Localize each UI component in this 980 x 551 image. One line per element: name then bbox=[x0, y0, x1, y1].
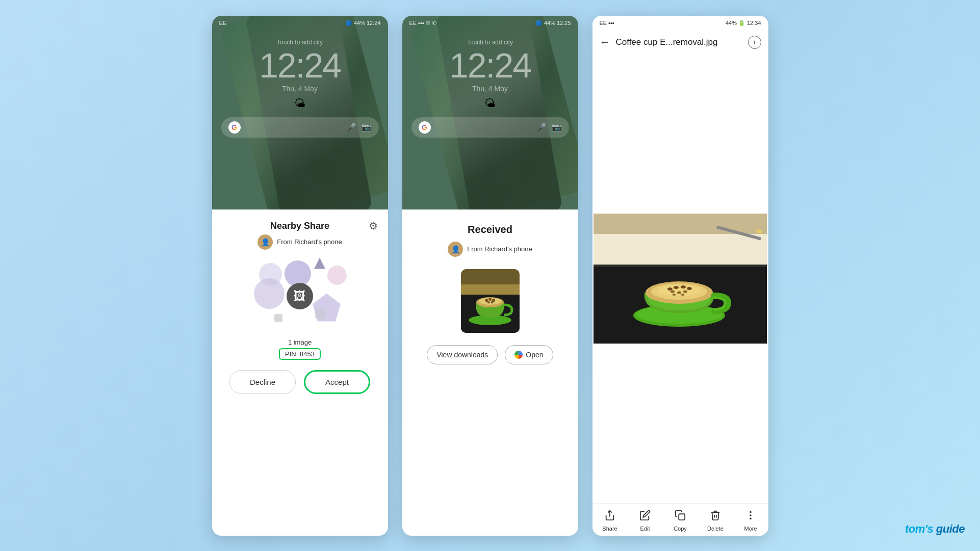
image-icon: 🖼 bbox=[294, 289, 306, 303]
share-action[interactable]: Share bbox=[592, 510, 628, 532]
edit-label: Edit bbox=[640, 526, 650, 532]
clock-widget-1: Touch to add city 12:24 Thu, 4 May bbox=[259, 39, 341, 93]
sheet-buttons: Decline Accept bbox=[222, 370, 378, 394]
coffee-image bbox=[594, 214, 767, 344]
search-bar-1[interactable]: G 🎤 📷 bbox=[221, 117, 379, 138]
status-battery-2: 🔵 44% bbox=[535, 20, 555, 27]
phone-screen-2: EE ▪▪▪ ✉ ✆ 🔵 44% 12:25 Touch to add city… bbox=[402, 16, 578, 536]
status-time-3: 12:34 bbox=[747, 20, 761, 26]
blob-2 bbox=[254, 278, 285, 309]
screenshots-container: EE 🔵 44% 12:24 Touch to add city 12:24 T… bbox=[0, 0, 980, 551]
received-thumbnail bbox=[461, 269, 520, 333]
copy-icon bbox=[675, 510, 686, 523]
from-user-1: 👤 From Richard's phone bbox=[257, 234, 342, 250]
copy-label: Copy bbox=[674, 526, 687, 532]
accept-button[interactable]: Accept bbox=[304, 370, 370, 394]
toms-guide-watermark: tom's guide bbox=[905, 522, 965, 536]
open-button[interactable]: Open bbox=[505, 345, 553, 364]
from-text-1: From Richard's phone bbox=[277, 238, 342, 246]
open-label: Open bbox=[526, 351, 543, 359]
google-open-icon bbox=[514, 351, 523, 359]
clock-time-1: 12:24 bbox=[259, 48, 341, 83]
blob-5 bbox=[327, 266, 347, 285]
sheet-header: Nearby Share ⚙ bbox=[222, 221, 378, 231]
avatar-1: 👤 bbox=[257, 234, 273, 250]
pin-box: PIN: 8453 bbox=[279, 348, 321, 360]
delete-icon bbox=[710, 510, 721, 523]
share-label: Share bbox=[602, 526, 617, 532]
svg-point-35 bbox=[750, 518, 751, 519]
status-battery-1: 🔵 44% bbox=[345, 20, 365, 27]
decline-button[interactable]: Decline bbox=[229, 370, 296, 394]
svg-point-10 bbox=[491, 301, 493, 303]
status-right-3: 44% 🔋 12:34 bbox=[726, 20, 761, 27]
status-battery-3: 44% 🔋 bbox=[726, 20, 745, 27]
svg-point-34 bbox=[750, 515, 751, 516]
weather-icon-1: 🌤 bbox=[294, 97, 305, 110]
svg-point-29 bbox=[673, 294, 676, 296]
status-carrier-3: EE ▪▪▪ bbox=[600, 20, 614, 26]
google-g-icon-2: G bbox=[419, 121, 431, 134]
status-time-1: 12:24 bbox=[367, 20, 381, 26]
clock-widget-2: Touch to add city 12:24 Thu, 4 May bbox=[449, 39, 531, 93]
status-carrier-2: EE ▪▪▪ ✉ ✆ bbox=[409, 20, 437, 27]
mic-icon-1[interactable]: 🎤 bbox=[346, 122, 356, 132]
clock-date-1: Thu, 4 May bbox=[259, 85, 341, 93]
received-sheet: Received 👤 From Richard's phone bbox=[402, 209, 578, 380]
svg-rect-32 bbox=[679, 514, 685, 520]
settings-icon[interactable]: ⚙ bbox=[369, 220, 378, 232]
screen3-inner: EE ▪▪▪ 44% 🔋 12:34 ← Coffee cup E...remo… bbox=[592, 16, 768, 536]
edit-action[interactable]: Edit bbox=[628, 510, 663, 532]
share-icon bbox=[604, 510, 615, 523]
screen1-wallpaper: EE 🔵 44% 12:24 Touch to add city 12:24 T… bbox=[212, 16, 388, 209]
status-carrier-1: EE bbox=[219, 20, 227, 26]
screen3-image-area bbox=[592, 54, 768, 503]
status-right-1: 🔵 44% 12:24 bbox=[345, 20, 381, 27]
screen2-wallpaper: EE ▪▪▪ ✉ ✆ 🔵 44% 12:25 Touch to add city… bbox=[402, 16, 578, 209]
search-bar-2[interactable]: G 🎤 📷 bbox=[411, 117, 569, 138]
svg-point-23 bbox=[674, 286, 679, 289]
info-button[interactable]: i bbox=[748, 36, 761, 49]
svg-point-21 bbox=[658, 285, 701, 296]
status-bar-1: EE 🔵 44% 12:24 bbox=[212, 16, 388, 29]
status-right-2: 🔵 44% 12:25 bbox=[535, 20, 571, 27]
from-text-2: From Richard's phone bbox=[467, 245, 532, 253]
view-downloads-button[interactable]: View downloads bbox=[427, 345, 498, 364]
screen3-header: ← Coffee cup E...removal.jpg i bbox=[592, 29, 768, 54]
image-count: 1 image bbox=[288, 338, 312, 346]
copy-action[interactable]: Copy bbox=[663, 510, 698, 532]
blob-area: 🖼 bbox=[249, 258, 351, 334]
clock-city-2: Touch to add city bbox=[449, 39, 531, 46]
svg-point-27 bbox=[677, 291, 681, 294]
svg-point-6 bbox=[485, 299, 488, 302]
back-button[interactable]: ← bbox=[600, 36, 611, 49]
more-action[interactable]: More bbox=[733, 510, 768, 532]
svg-point-22 bbox=[667, 287, 673, 291]
clock-city-1: Touch to add city bbox=[259, 39, 341, 46]
mic-icon-2[interactable]: 🎤 bbox=[536, 122, 547, 132]
file-title: Coffee cup E...removal.jpg bbox=[616, 37, 743, 47]
svg-point-9 bbox=[487, 301, 489, 303]
from-user-2: 👤 From Richard's phone bbox=[448, 242, 532, 257]
svg-rect-2 bbox=[461, 284, 520, 295]
lens-icon-2[interactable]: 📷 bbox=[552, 122, 562, 132]
svg-point-24 bbox=[681, 285, 686, 288]
avatar-2: 👤 bbox=[448, 242, 463, 257]
status-bar-2: EE ▪▪▪ ✉ ✆ 🔵 44% 12:25 bbox=[402, 16, 578, 29]
more-label: More bbox=[744, 526, 757, 532]
more-icon bbox=[745, 510, 756, 523]
google-g-icon-1: G bbox=[228, 121, 241, 134]
edit-icon bbox=[639, 510, 651, 523]
center-image-icon: 🖼 bbox=[287, 283, 313, 309]
delete-label: Delete bbox=[707, 526, 724, 532]
svg-point-26 bbox=[670, 290, 675, 293]
svg-point-33 bbox=[750, 511, 751, 512]
status-time-2: 12:25 bbox=[557, 20, 571, 26]
lens-icon-1[interactable]: 📷 bbox=[362, 122, 372, 132]
phone-screen-3: EE ▪▪▪ 44% 🔋 12:34 ← Coffee cup E...remo… bbox=[592, 16, 768, 536]
blob-7 bbox=[274, 314, 282, 322]
delete-action[interactable]: Delete bbox=[698, 510, 733, 532]
clock-time-2: 12:24 bbox=[449, 48, 531, 83]
svg-point-25 bbox=[687, 287, 692, 290]
svg-rect-14 bbox=[594, 265, 767, 267]
